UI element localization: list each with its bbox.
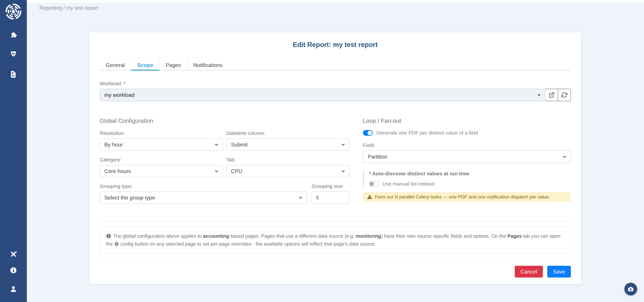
top-bar xyxy=(27,0,644,3)
workload-select-value: my workload xyxy=(104,92,134,98)
refresh-icon xyxy=(561,92,567,98)
chevron-down-icon xyxy=(340,142,346,147)
refresh-workloads-button[interactable] xyxy=(558,89,571,101)
info-text: config button on any selected page to se… xyxy=(119,241,376,247)
info-text: The global configuration above applies t… xyxy=(113,234,203,239)
breadcrumb[interactable]: Reporting / my test report xyxy=(40,5,98,11)
caret-down-icon xyxy=(536,92,542,98)
fanout-warning-text: Fans out N parallel Celery tasks — one P… xyxy=(375,194,550,200)
info-icon[interactable] xyxy=(10,266,17,274)
auto-discover-note: * Auto-discover distinct values at run t… xyxy=(369,171,571,177)
resolution-label: Resolution: xyxy=(100,130,223,136)
external-link-icon xyxy=(548,92,554,98)
auto-discover-block: * Auto-discover distinct values at run t… xyxy=(363,171,571,187)
info-circle-icon xyxy=(106,234,111,239)
tab-pages[interactable]: Pages xyxy=(159,60,187,71)
grouping-type-value: Select the group type xyxy=(104,194,155,201)
resolution-value: By hour xyxy=(104,142,123,148)
fanout-toggle-label: Generate one PDF per distinct value of a… xyxy=(376,130,478,136)
workload-select[interactable]: my workload xyxy=(100,89,546,101)
manual-list-toggle[interactable] xyxy=(369,181,379,187)
info-text-bold: accounting xyxy=(203,234,229,239)
global-configuration-heading: Global Configuration xyxy=(100,117,350,124)
workload-section: Workload: * my workload xyxy=(100,81,571,101)
tab-column-select[interactable]: CPU xyxy=(226,165,350,177)
warning-triangle-icon xyxy=(367,194,372,200)
sidebar xyxy=(0,0,27,302)
loop-fanout-section: Loop / Fan-out Generate one PDF per dist… xyxy=(363,117,571,202)
fanout-warning-alert: Fans out N parallel Celery tasks — one P… xyxy=(363,192,571,202)
edit-report-card: Edit Report: my test report General Scop… xyxy=(90,32,581,284)
required-asterisk: * xyxy=(124,81,126,86)
grouping-size-input[interactable] xyxy=(312,192,350,204)
manual-list-toggle-label: Use manual list instead xyxy=(382,181,434,187)
app-logo[interactable] xyxy=(4,2,23,21)
tab-column-value: CPU xyxy=(231,168,242,174)
report-file-icon[interactable] xyxy=(10,70,17,78)
category-value: Core hours xyxy=(104,168,131,174)
toggle-knob xyxy=(370,182,374,186)
info-note: The global configuration above applies t… xyxy=(100,227,571,253)
workload-label: Workload: * xyxy=(100,81,571,86)
datetime-column-select[interactable]: Submit xyxy=(226,138,350,151)
tab-bar: General Scope Pages Notifications xyxy=(100,60,571,71)
tab-general[interactable]: General xyxy=(100,60,131,71)
category-select[interactable]: Core hours xyxy=(100,165,223,177)
category-label: Category: xyxy=(100,157,223,162)
divider xyxy=(100,222,571,222)
info-text: ) have their own source-specific fields … xyxy=(381,234,508,239)
grouping-size-label: Grouping size: xyxy=(312,184,350,189)
info-text: -based pages. Pages that use a different… xyxy=(229,234,356,239)
tab-column-label: Tab: xyxy=(226,157,350,162)
global-configuration-section: Global Configuration Resolution: By hour… xyxy=(100,117,350,204)
chevron-down-icon xyxy=(214,142,219,147)
fanout-toggle[interactable] xyxy=(363,130,373,136)
chevron-down-icon xyxy=(298,195,303,200)
chevron-down-icon xyxy=(562,154,567,160)
tab-scope[interactable]: Scope xyxy=(131,60,159,71)
cancel-button[interactable]: Cancel xyxy=(515,266,543,278)
page-title: Edit Report: my test report xyxy=(100,40,571,49)
field-label: Field: xyxy=(363,142,571,148)
info-text-bold: Pages xyxy=(507,234,522,239)
resolution-select[interactable]: By hour xyxy=(100,138,223,151)
tab-notifications[interactable]: Notifications xyxy=(187,60,228,71)
user-icon[interactable] xyxy=(10,285,17,293)
divider xyxy=(100,258,571,258)
gear-icon xyxy=(114,242,119,246)
info-text-bold: monitoring xyxy=(356,234,381,239)
workload-input-group: my workload xyxy=(100,89,571,101)
loop-fanout-heading: Loop / Fan-out xyxy=(363,117,571,124)
save-button[interactable]: Save xyxy=(547,266,571,278)
tools-icon[interactable] xyxy=(10,250,17,258)
screenshot-fab-button[interactable] xyxy=(624,283,637,296)
chevron-down-icon xyxy=(340,168,346,174)
camera-icon xyxy=(627,285,634,293)
datetime-column-label: Datetime column: xyxy=(226,130,350,136)
grouping-type-label: Grouping type: xyxy=(100,184,307,189)
chevron-down-icon xyxy=(214,168,219,174)
heart-pulse-icon[interactable] xyxy=(10,50,17,58)
open-workload-button[interactable] xyxy=(545,89,558,101)
field-select[interactable]: Partition xyxy=(363,150,571,163)
datetime-column-value: Submit xyxy=(231,142,248,148)
field-value: Partition xyxy=(368,154,387,160)
toggle-knob xyxy=(368,131,372,135)
puzzle-icon[interactable] xyxy=(10,31,17,38)
grouping-type-select[interactable]: Select the group type xyxy=(100,192,307,204)
